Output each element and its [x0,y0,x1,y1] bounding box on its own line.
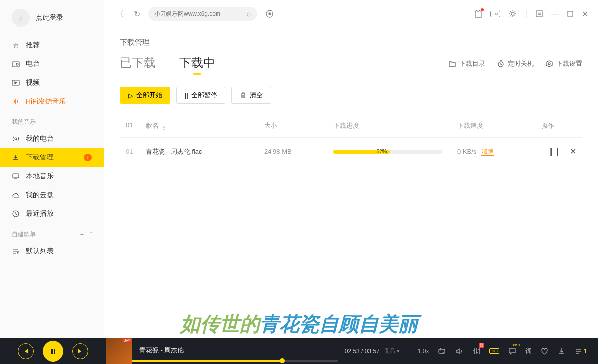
delete-row-icon[interactable]: ✕ [570,147,576,156]
search-input[interactable] [154,10,242,17]
page-title: 下载管理 [120,38,582,47]
radio-icon [12,60,20,68]
sidebar-item-cloud-disk[interactable]: 我的云盘 [0,186,104,205]
add-playlist-icon[interactable]: + [80,231,84,238]
favorite-icon[interactable] [540,347,549,356]
start-all-button[interactable]: ▷ 全部开始 [120,87,170,104]
col-name[interactable]: 歌名 ▲▼ [146,121,264,131]
sidebar-item-local-music[interactable]: 本地音乐 [0,167,104,186]
close-icon[interactable]: ✕ [582,9,588,19]
svg-point-3 [15,138,17,140]
quality-selector[interactable]: 高品 ▾ [384,347,400,355]
refresh-icon[interactable]: ↻ [132,7,142,21]
sidebar-item-label: 我的电台 [26,134,54,143]
video-icon [12,79,20,87]
action-download-settings[interactable]: 下载设置 [545,59,582,68]
play-pause-button[interactable] [43,341,63,362]
row-speed: 0 KB/s 加速 [457,147,542,156]
lyrics-overlay: 如传世的青花瓷自顾自美丽 [180,311,418,338]
hifi-badge[interactable]: HiFi [489,348,499,354]
soundwave-icon [12,98,20,105]
pause-all-button[interactable]: || 全部暂停 [176,87,225,104]
svg-point-7 [269,13,271,15]
song-info: 青花瓷 - 周杰伦 [132,346,338,357]
svg-rect-13 [51,349,53,354]
search-box[interactable]: ⌕ [148,7,257,21]
action-timer-shutdown[interactable]: 定时关机 [497,59,534,68]
queue-button[interactable]: 1 [575,347,587,355]
tab-downloaded[interactable]: 已下载 [120,55,156,73]
fm-icon[interactable]: FM [490,11,500,17]
sidebar-item-video[interactable]: 视频 [0,73,104,92]
monitor-icon [12,172,20,180]
sidebar-item-label: 下载管理 [26,153,54,162]
next-button[interactable] [72,343,88,359]
skin-icon[interactable] [474,9,483,18]
back-icon[interactable]: 〈 [114,7,126,21]
collapse-icon[interactable]: ˆ [90,231,92,238]
comment-icon[interactable]: 999+ [508,347,517,356]
sidebar-item-label: 本地音乐 [26,172,54,181]
avatar-icon: ♪ [12,9,30,27]
col-speed: 下载速度 [457,121,542,131]
table-row: 01 青花瓷 - 周杰伦.flac 24.98 MB 52% 0 KB/s 加速… [120,138,582,165]
sidebar-item-label: 电台 [26,59,40,68]
lyrics-icon[interactable]: 词 [525,347,532,356]
sidebar-item-label: 最近播放 [26,209,54,218]
gear-icon[interactable] [508,9,517,18]
prev-button[interactable] [18,343,34,359]
speedup-link[interactable]: 加速 [481,148,494,156]
col-ops: 操作 [542,121,576,131]
listen-recognize-icon[interactable] [263,7,276,20]
maximize-icon[interactable] [567,10,574,17]
svg-rect-4 [13,174,19,178]
tabs-row: 已下载 下载中 下载目录 定时关机 下载设置 [120,55,582,73]
section-playlists: 自建歌单 + ˆ [0,223,104,242]
playback-speed[interactable]: 1.0x [418,348,429,355]
minimize-icon[interactable]: — [551,9,559,18]
table-header: 01 歌名 ▲▼ 大小 下载进度 下载速度 操作 [120,115,582,138]
song-title: 青花瓷 - 周杰伦 [139,346,331,355]
header: 〈 ↻ ⌕ FM | — ✕ [104,0,598,28]
equalizer-icon[interactable]: 新 [472,347,481,356]
action-download-dir[interactable]: 下载目录 [448,59,485,68]
download-badge: 1 [84,154,92,161]
mini-icon[interactable] [535,10,543,18]
player-bar: JAY 青花瓷 - 周杰伦 02:53 / 03:57 高品 ▾ 1.0x 新 … [0,338,598,364]
sidebar-item-my-radio[interactable]: 我的电台 [0,129,104,148]
search-icon[interactable]: ⌕ [246,9,251,18]
song-progress[interactable] [132,360,338,362]
playlist-icon [12,247,20,255]
sidebar-item-label: 推荐 [26,41,40,50]
sidebar-item-label: 默认列表 [26,247,54,256]
sidebar-item-recommend[interactable]: ☆ 推荐 [0,36,104,54]
time-display: 02:53 / 03:57 [345,348,380,355]
volume-icon[interactable] [455,347,464,356]
action-label: 下载设置 [556,59,582,68]
login-row[interactable]: ♪ 点此登录 [0,0,104,36]
action-label: 定时关机 [508,59,534,68]
col-progress: 下载进度 [333,121,457,131]
sidebar-item-recent-play[interactable]: 最近播放 [0,205,104,223]
clear-button[interactable]: 清空 [231,87,271,104]
clock-icon [12,210,20,218]
sidebar-item-download-manager[interactable]: 下载管理 1 [0,148,104,167]
loop-icon[interactable] [437,347,446,356]
sort-icon[interactable]: ▲▼ [163,125,166,131]
sidebar-item-radio[interactable]: 电台 [0,54,104,73]
sidebar-item-hifi[interactable]: HiFi发烧音乐 [0,92,104,111]
section-my-music: 我的音乐 [0,111,104,129]
pause-row-icon[interactable]: ❙❙ [548,147,561,156]
svg-point-1 [16,63,18,65]
section-label: 自建歌单 [12,230,36,239]
tab-downloading[interactable]: 下载中 [179,55,215,73]
player-download-icon[interactable] [557,347,566,356]
folder-icon [448,60,456,68]
button-row: ▷ 全部开始 || 全部暂停 清空 [120,87,582,104]
button-label: 全部开始 [136,91,162,100]
sidebar-item-default-playlist[interactable]: 默认列表 [0,242,104,260]
progress-percent: 52% [376,148,387,154]
sidebar: ♪ 点此登录 ☆ 推荐 电台 视频 HiFi发烧音乐 我的音乐 我的电台 下载管… [0,0,104,338]
album-art[interactable]: JAY [106,338,132,364]
svg-point-12 [548,63,550,65]
